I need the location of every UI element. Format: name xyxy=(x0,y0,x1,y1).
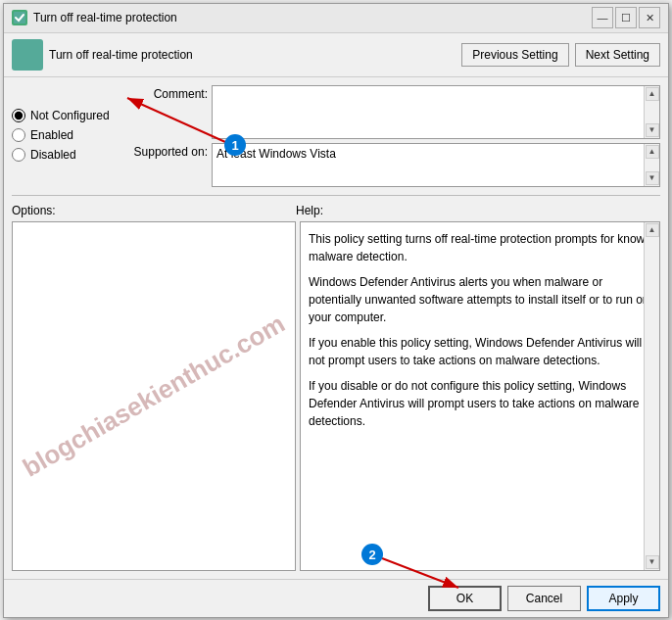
help-label: Help: xyxy=(296,204,323,217)
radio-not-configured-label: Not Configured xyxy=(30,109,110,122)
scroll-down-arrow[interactable]: ▼ xyxy=(646,123,659,137)
window-controls: — ☐ ✕ xyxy=(592,7,660,28)
comment-box[interactable]: ▲ ▼ xyxy=(212,85,660,139)
options-label: Options: xyxy=(12,204,56,217)
radio-disabled-label: Disabled xyxy=(30,148,76,162)
toolbar: Turn off real-time protection Previous S… xyxy=(4,33,668,77)
comment-row: Comment: ▲ ▼ xyxy=(129,85,660,139)
panels-section: blogchiasekienthuc.com This policy setti… xyxy=(12,221,660,571)
minimize-button[interactable]: — xyxy=(592,7,613,28)
supported-scroll-down[interactable]: ▼ xyxy=(646,171,659,185)
help-scrollbar[interactable]: ▲ ▼ xyxy=(644,222,659,570)
scroll-up-arrow[interactable]: ▲ xyxy=(646,87,659,101)
help-para-1: This policy setting turns off real-time … xyxy=(309,230,651,265)
supported-scrollbar[interactable]: ▲ ▼ xyxy=(644,144,659,186)
content-area: Not Configured Enabled Disabled Comment: xyxy=(4,77,668,579)
radio-enabled-input[interactable] xyxy=(12,128,25,142)
radio-enabled-label: Enabled xyxy=(30,128,73,142)
radio-group: Not Configured Enabled Disabled xyxy=(12,85,129,187)
comment-scrollbar[interactable]: ▲ ▼ xyxy=(644,86,659,138)
next-setting-button[interactable]: Next Setting xyxy=(575,43,660,67)
title-bar: Turn off real-time protection — ☐ ✕ xyxy=(4,4,668,33)
policy-icon xyxy=(12,39,43,71)
help-para-2: Windows Defender Antivirus alerts you wh… xyxy=(309,273,651,326)
apply-button[interactable]: Apply xyxy=(587,586,660,611)
main-window: Turn off real-time protection — ☐ ✕ Turn… xyxy=(3,3,669,618)
button-bar: OK Cancel Apply xyxy=(4,579,668,617)
cancel-button[interactable]: Cancel xyxy=(507,586,581,611)
panels-labels-row: Options: Help: xyxy=(12,204,660,217)
help-content: This policy setting turns off real-time … xyxy=(301,222,659,570)
previous-setting-button[interactable]: Previous Setting xyxy=(461,43,568,67)
toolbar-title: Turn off real-time protection xyxy=(49,48,456,62)
separator-1 xyxy=(12,195,660,196)
options-panel: blogchiasekienthuc.com xyxy=(12,221,296,571)
close-button[interactable]: ✕ xyxy=(639,7,660,28)
radio-disabled-input[interactable] xyxy=(12,148,25,162)
ok-button[interactable]: OK xyxy=(428,586,502,611)
help-panel: This policy setting turns off real-time … xyxy=(300,221,660,571)
help-scroll-up[interactable]: ▲ xyxy=(646,223,659,237)
help-label-cell: Help: xyxy=(296,204,660,217)
comment-label: Comment: xyxy=(129,85,208,101)
top-section: Not Configured Enabled Disabled Comment: xyxy=(12,85,660,187)
help-para-3: If you enable this policy setting, Windo… xyxy=(309,334,651,369)
options-label-cell: Options: xyxy=(12,204,296,217)
supported-row: Supported on: At least Windows Vista ▲ ▼ xyxy=(129,143,660,187)
window-title: Turn off real-time protection xyxy=(33,11,592,24)
supported-box: At least Windows Vista ▲ ▼ xyxy=(212,143,660,187)
radio-disabled[interactable]: Disabled xyxy=(12,148,129,162)
supported-value: At least Windows Vista xyxy=(216,147,336,161)
maximize-button[interactable]: ☐ xyxy=(615,7,637,28)
radio-not-configured[interactable]: Not Configured xyxy=(12,109,129,122)
supported-scroll-up[interactable]: ▲ xyxy=(646,145,659,159)
window-icon xyxy=(12,10,27,25)
supported-label: Supported on: xyxy=(129,143,208,159)
radio-enabled[interactable]: Enabled xyxy=(12,128,129,142)
watermark: blogchiasekienthuc.com xyxy=(17,306,292,485)
right-section: Comment: ▲ ▼ Supported on: At least Wind… xyxy=(129,85,660,187)
help-scroll-down[interactable]: ▼ xyxy=(646,555,659,569)
help-para-4: If you disable or do not configure this … xyxy=(309,377,651,430)
radio-not-configured-input[interactable] xyxy=(12,109,25,122)
